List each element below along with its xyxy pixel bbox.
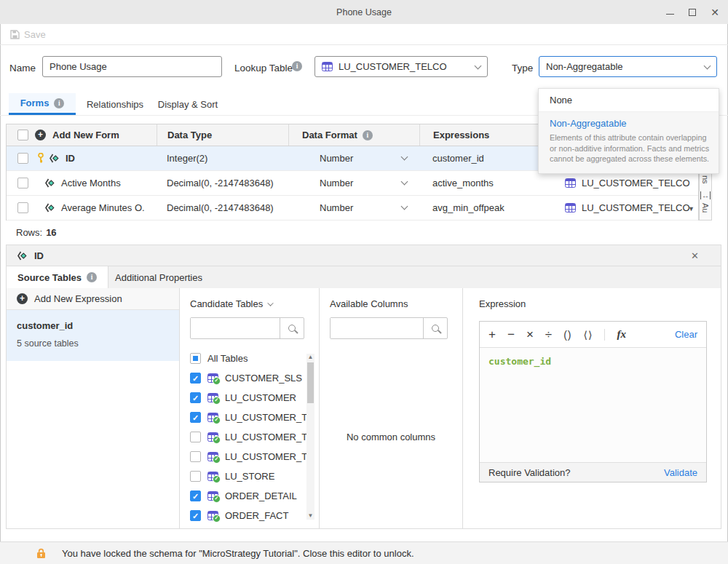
list-item[interactable]: LU_CUSTOMER_T [180, 408, 319, 427]
list-item[interactable]: ORDER_FACT [180, 506, 319, 525]
lookup-table-value: LU_CUSTOMER_TELCO [339, 61, 447, 72]
minus-operator-button[interactable]: − [507, 328, 515, 341]
scroll-down-icon[interactable]: ▼ [306, 512, 314, 520]
list-item[interactable]: LU_CUSTOMER_T [180, 427, 319, 447]
available-search-button[interactable] [423, 318, 447, 338]
forms-info-icon[interactable] [54, 98, 64, 108]
angle-brackets-button[interactable]: ⟨⟩ [583, 330, 593, 340]
row-checkbox[interactable] [17, 178, 28, 188]
toolbar: Save [0, 24, 728, 45]
plus-operator-button[interactable]: + [488, 328, 496, 341]
key-icon [36, 153, 45, 164]
list-item[interactable]: LU_STORE [180, 466, 319, 486]
type-label: Type [512, 63, 533, 74]
checkbox[interactable] [190, 373, 201, 384]
candidate-tables-dropdown[interactable]: Candidate Tables [180, 288, 319, 309]
side-strip-text-top: ns [701, 175, 710, 184]
tab-forms[interactable]: Forms [9, 93, 76, 115]
candidate-search-input[interactable] [191, 318, 280, 338]
function-button[interactable]: fx [617, 328, 626, 341]
list-item[interactable]: LU_CUSTOMER [180, 388, 319, 408]
save-icon [10, 30, 20, 39]
tab-display-sort-label: Display & Sort [158, 99, 218, 110]
window-controls: ✕ [666, 0, 719, 24]
source-tables-info-icon[interactable] [87, 272, 97, 282]
available-search-input[interactable] [331, 318, 423, 338]
rows-count: 16 [46, 227, 56, 238]
data-format-info-icon[interactable] [363, 130, 373, 140]
type-value: Non-Aggregatable [546, 61, 623, 72]
checkbox[interactable] [190, 432, 201, 442]
rows-count-bar: Rows: 16 [6, 221, 721, 245]
checkbox[interactable] [190, 471, 201, 482]
table-icon [565, 178, 576, 188]
lookup-table-select[interactable]: LU_CUSTOMER_TELCO [314, 56, 488, 77]
attribute-header-row: Name Lookup Table LU_CUSTOMER_TELCO Type… [0, 45, 728, 93]
add-new-form-button[interactable]: Add New Form [52, 130, 119, 140]
list-item[interactable]: CUSTOMER_SLS [180, 368, 319, 388]
maximize-icon[interactable] [689, 9, 696, 16]
table-icon [322, 62, 333, 71]
select-all-checkbox[interactable] [17, 130, 28, 140]
expression-list-item[interactable]: customer_id 5 source tables [7, 310, 179, 361]
expression-item-subtitle: 5 source tables [17, 338, 179, 349]
row-checkbox[interactable] [17, 202, 28, 213]
minimize-icon[interactable] [666, 14, 674, 15]
scrollbar-thumb[interactable] [307, 362, 314, 403]
parentheses-button[interactable]: () [563, 330, 571, 340]
attribute-form-icon [49, 154, 60, 163]
candidate-tables-label: Candidate Tables [190, 298, 263, 309]
candidate-table-name: All Tables [207, 353, 248, 364]
grid-scroll-down-icon[interactable]: ▼ [688, 206, 695, 213]
list-item[interactable]: ORDER_DETAIL [180, 486, 319, 506]
table-check-icon [207, 511, 218, 520]
scroll-up-icon[interactable]: ▲ [306, 354, 314, 361]
checkbox[interactable] [190, 353, 201, 364]
checkbox[interactable] [190, 510, 201, 521]
close-icon[interactable]: ✕ [711, 7, 719, 17]
type-option-non-aggregatable[interactable]: Non-Aggregatable Elements of this attrib… [539, 111, 719, 173]
expression-cell: customer_id [432, 146, 549, 170]
list-item[interactable]: All Tables [180, 349, 319, 368]
detail-tab-bar: Source Tables Additional Properties [6, 266, 721, 288]
table-row[interactable]: Active Months Decimal(0, -2147483648) Nu… [7, 171, 698, 196]
require-validation-label: Require Validation? [488, 467, 571, 478]
search-icon [288, 325, 296, 332]
close-detail-icon[interactable]: ✕ [691, 250, 699, 261]
expression-code-area[interactable]: customer_id [480, 348, 706, 462]
add-expression-icon [17, 293, 28, 304]
checkbox[interactable] [190, 392, 201, 403]
tab-source-tables[interactable]: Source Tables [7, 266, 108, 288]
checkbox[interactable] [190, 412, 201, 423]
save-button[interactable]: Save [24, 29, 46, 40]
candidate-search-button[interactable] [280, 318, 304, 338]
table-row[interactable]: Average Minutes O... Decimal(0, -2147483… [7, 196, 698, 221]
clear-button[interactable]: Clear [675, 329, 697, 340]
checkbox[interactable] [190, 451, 201, 462]
table-check-icon [207, 393, 218, 402]
validation-bar: Require Validation? Validate [480, 462, 706, 482]
type-select[interactable]: Non-Aggregatable [539, 56, 717, 77]
tab-relationships[interactable]: Relationships [82, 93, 149, 115]
scrollbar[interactable]: ▲ ▼ [306, 354, 314, 520]
row-checkbox[interactable] [17, 153, 28, 164]
add-new-expression-button[interactable]: Add New Expression [7, 288, 179, 310]
name-input[interactable] [42, 56, 222, 77]
list-item[interactable]: LU_CUSTOMER_T [180, 447, 319, 466]
tab-display-sort[interactable]: Display & Sort [151, 93, 224, 115]
tab-additional-properties[interactable]: Additional Properties [108, 266, 209, 288]
table-check-icon [207, 373, 218, 383]
detail-title: ID [34, 250, 44, 261]
multiply-operator-button[interactable]: × [526, 328, 534, 341]
chevron-down-icon [704, 62, 711, 69]
lookup-info-icon[interactable] [292, 61, 302, 71]
form-name: Average Minutes O... [61, 202, 145, 213]
validate-link[interactable]: Validate [664, 467, 697, 478]
name-label: Name [9, 63, 36, 74]
column-header-data-type: Data Type [167, 130, 212, 140]
type-option-none[interactable]: None [539, 89, 719, 111]
search-icon [432, 325, 439, 332]
checkbox[interactable] [190, 490, 201, 501]
data-type-cell: Decimal(0, -2147483648) [167, 171, 283, 195]
divide-operator-button[interactable]: ÷ [545, 328, 552, 341]
